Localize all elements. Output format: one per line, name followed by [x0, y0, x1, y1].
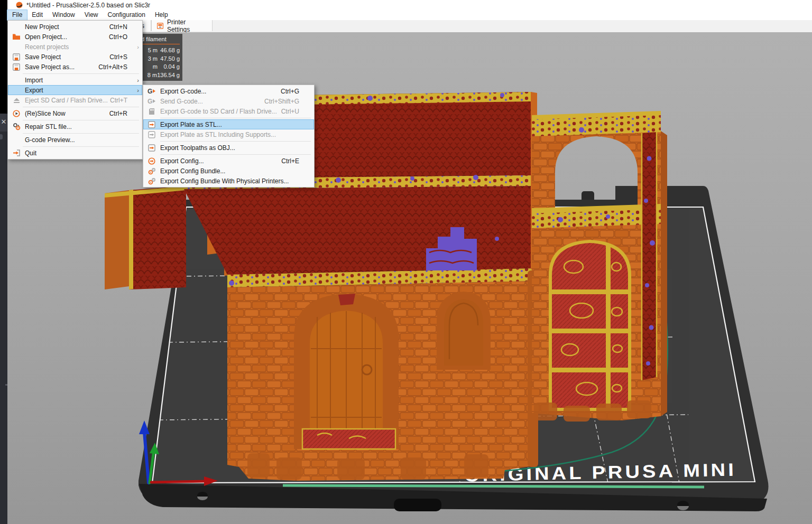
submenu-arrow-icon: › — [133, 44, 140, 50]
tab-printer-label: Printer Settings — [167, 18, 207, 33]
menubar-item-file[interactable]: File — [7, 10, 27, 20]
printer-icon — [157, 23, 163, 29]
menu-item-quit[interactable]: Quit — [8, 148, 142, 158]
filament-length: 5 m — [141, 46, 158, 55]
menu-item-export[interactable]: Export› — [8, 85, 142, 95]
menu-item-new-project[interactable]: New ProjectCtrl+N — [8, 22, 142, 32]
menu-item-shortcut: Ctrl+N — [109, 23, 133, 31]
tower-right-column-tiles — [642, 132, 657, 380]
save-icon — [11, 63, 22, 71]
menu-item-export-config[interactable]: Export Config...Ctrl+E — [143, 156, 314, 166]
window-title: *Untitled - PrusaSlicer-2.5.0 based on S… — [26, 2, 150, 9]
menu-item-recent-projects: Recent projects› — [8, 42, 142, 52]
menu-item-export-plate-stl-supports: Export Plate as STL Including Supports..… — [143, 129, 314, 139]
menu-item-send-gcode: GSend G-code...Ctrl+Shift+G — [143, 96, 314, 106]
filament-length: 3 m — [141, 55, 158, 63]
close-icon[interactable]: ✕ — [0, 114, 7, 132]
menu-item-save-project-as[interactable]: Save Project as...Ctrl+Alt+S — [8, 62, 142, 72]
titlebar: *Untitled - PrusaSlicer-2.5.0 based on S… — [7, 0, 812, 10]
repair-icon — [11, 123, 22, 131]
menu-item-label: Export G-code to SD Card / Flash Drive..… — [157, 108, 281, 115]
menubar-item-edit[interactable]: Edit — [27, 10, 48, 20]
menu-item-gcode-preview[interactable]: G-code Preview... — [8, 135, 142, 145]
menu-item-label: Repair STL file... — [22, 123, 127, 130]
menu-item-label: Quit — [22, 149, 127, 157]
filament-legend-row: 5 m46.68 g — [141, 46, 180, 55]
menu-item-label: Save Project — [22, 53, 109, 61]
menu-item-shortcut: Ctrl+O — [109, 33, 133, 41]
submenu-arrow-icon: › — [133, 87, 140, 93]
model-front-wall — [227, 281, 534, 481]
menu-item-shortcut: Ctrl+Shift+G — [264, 98, 304, 105]
menu-item-export-config-bundle-physical[interactable]: Export Config Bundle With Physical Print… — [143, 176, 314, 186]
gcode-icon: G — [146, 87, 157, 96]
prusaslicer-window: *Untitled - PrusaSlicer-2.5.0 based on S… — [7, 0, 812, 524]
file-menu: New ProjectCtrl+NOpen Project...Ctrl+ORe… — [7, 20, 143, 160]
menu-item-label: Export — [22, 87, 127, 94]
bundle-icon — [146, 167, 157, 175]
menu-item-shortcut: Ctrl+T — [110, 97, 133, 104]
bundle-icon — [146, 177, 157, 185]
menu-separator — [23, 133, 139, 134]
filament-weight: 136.54 g — [157, 71, 180, 80]
menu-separator — [23, 107, 139, 107]
filament-legend-title: d filament — [141, 36, 180, 44]
screen: ✕ *Untitled - PrusaSlicer-2.5.0 based on… — [0, 0, 812, 524]
menubar-item-window[interactable]: Window — [48, 10, 80, 20]
filament-weight: 46.68 g — [158, 46, 180, 55]
prusaslicer-logo-icon — [16, 2, 23, 8]
stl-icon — [146, 144, 157, 152]
menu-item-label: Eject SD Card / Flash Drive... — [22, 97, 110, 104]
menu-item-export-toolpaths-obj[interactable]: Export Toolpaths as OBJ... — [143, 143, 314, 153]
menu-item-reslice-now[interactable]: (Re)Slice NowCtrl+R — [8, 108, 142, 118]
menu-separator — [160, 154, 311, 155]
menu-item-export-plate-stl[interactable]: Export Plate as STL... — [143, 119, 314, 129]
stl-icon — [146, 130, 157, 139]
eject-icon — [11, 96, 22, 105]
tab-printer-settings[interactable]: Printer Settings — [151, 20, 213, 31]
folder-icon — [11, 33, 22, 41]
quit-icon — [11, 149, 22, 157]
menu-item-label: Export Plate as STL... — [157, 121, 299, 128]
menu-item-shortcut: Ctrl+Alt+S — [98, 63, 133, 71]
menu-item-repair-stl[interactable]: Repair STL file... — [8, 121, 142, 132]
submenu-arrow-icon: › — [133, 77, 140, 83]
save-icon — [11, 53, 22, 61]
menu-item-label: Export Config Bundle... — [157, 167, 299, 175]
menubar-item-configuration[interactable]: Configuration — [103, 10, 150, 20]
filament-length: 8 m — [141, 71, 157, 80]
menu-separator — [23, 120, 139, 120]
menu-item-export-gcode[interactable]: GExport G-code...Ctrl+G — [143, 86, 314, 96]
menu-item-shortcut: Ctrl+G — [281, 88, 304, 95]
menu-item-shortcut: Ctrl+R — [109, 110, 133, 117]
model-left-wing — [105, 186, 186, 289]
bed-green-strip — [283, 485, 704, 487]
menu-item-shortcut: Ctrl+U — [281, 108, 304, 115]
menu-item-export-gcode-sd: Export G-code to SD Card / Flash Drive..… — [143, 106, 314, 116]
filament-length: m — [141, 63, 158, 71]
filament-weight: 47.50 g — [158, 55, 180, 63]
menu-item-shortcut: Ctrl+S — [109, 53, 133, 61]
menu-item-label: Import — [22, 77, 127, 84]
menu-item-label: Export Plate as STL Including Supports..… — [157, 131, 299, 138]
door-sill-red — [302, 429, 395, 449]
menu-item-open-project[interactable]: Open Project...Ctrl+O — [8, 32, 142, 42]
filament-legend-row: m0.04 g — [141, 63, 180, 71]
background-window-panel — [0, 114, 7, 524]
menu-item-label: Export Config... — [157, 157, 281, 165]
menu-item-label: Export G-code... — [157, 88, 281, 95]
menu-item-label: Send G-code... — [157, 98, 264, 105]
menu-item-eject-sd: Eject SD Card / Flash Drive...Ctrl+T — [8, 95, 142, 105]
menu-item-save-project[interactable]: Save ProjectCtrl+S — [8, 52, 142, 62]
menu-item-export-config-bundle[interactable]: Export Config Bundle... — [143, 166, 314, 176]
filament-legend: d filament 5 m46.68 g3 m47.50 gm0.04 g8 … — [139, 34, 182, 81]
filament-legend-divider — [141, 44, 180, 44]
menubar-item-view[interactable]: View — [80, 10, 103, 20]
slice-icon — [11, 109, 22, 118]
menu-item-shortcut: Ctrl+E — [281, 157, 304, 165]
menu-item-label: Recent projects — [22, 43, 127, 51]
bed-front-cutout — [394, 499, 441, 511]
menu-item-import[interactable]: Import› — [8, 75, 142, 85]
menu-item-label: Open Project... — [22, 33, 109, 41]
export-submenu: GExport G-code...Ctrl+GGSend G-code...Ct… — [143, 85, 315, 188]
